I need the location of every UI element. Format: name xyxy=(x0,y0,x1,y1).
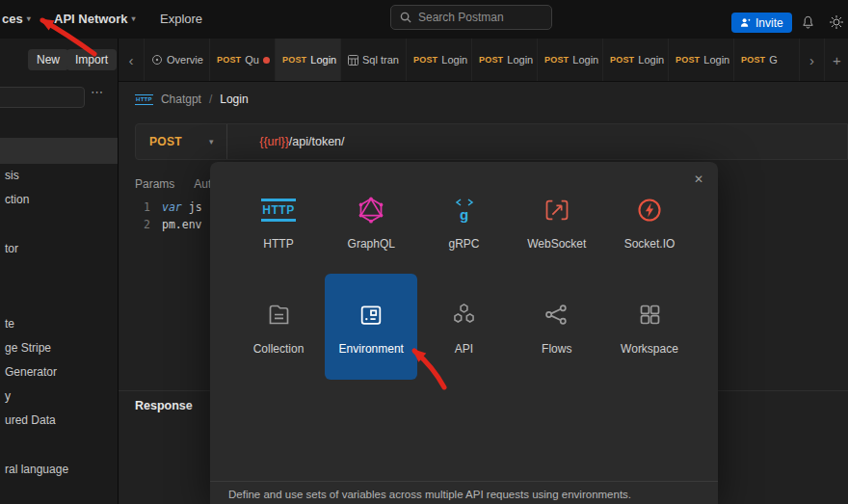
code-text: var js xyxy=(162,199,202,216)
option-label: Flows xyxy=(542,342,571,356)
workspace-switcher[interactable]: ces ▾ xyxy=(2,12,31,26)
tab-label: G xyxy=(769,54,778,66)
option-flows[interactable]: Flows xyxy=(511,274,603,380)
tabs-scroll-left-icon[interactable]: ‹ xyxy=(119,39,144,81)
create-new-grid: HTTP HTTP GraphQL g gRPC xyxy=(232,191,696,380)
menu-api-network[interactable]: API Network ▾ xyxy=(54,12,136,26)
tab-label: Login xyxy=(507,54,533,66)
breadcrumb-separator: / xyxy=(209,93,212,106)
tab-method: POST xyxy=(282,55,306,65)
sidebar-item[interactable]: tor xyxy=(0,237,118,261)
menu-explore[interactable]: Explore xyxy=(160,12,202,26)
option-label: API xyxy=(455,342,473,356)
option-graphql[interactable]: GraphQL xyxy=(325,191,417,251)
option-grpc[interactable]: g gRPC xyxy=(418,191,511,251)
explore-label: Explore xyxy=(160,12,202,26)
tab-label: Login xyxy=(638,54,664,66)
request-tab-bar: ‹ Overvie POST Qu POST Login Sql tran PO… xyxy=(119,39,848,82)
line-number: 1 xyxy=(119,199,162,216)
tab-request-g[interactable]: POST G xyxy=(733,39,799,81)
tabs-scroll-right-icon[interactable]: › xyxy=(799,39,824,81)
option-workspace[interactable]: Workspace xyxy=(603,274,696,380)
unsaved-dot xyxy=(263,57,270,64)
option-label: Environment xyxy=(339,342,404,356)
option-websocket[interactable]: WebSocket xyxy=(511,191,603,251)
tab-method: POST xyxy=(610,55,634,65)
collection-icon xyxy=(266,299,292,332)
modal-footer-description: Define and use sets of variables across … xyxy=(210,481,718,504)
breadcrumb-request[interactable]: Login xyxy=(220,93,248,106)
sidebar-item[interactable]: ured Data xyxy=(0,409,118,433)
option-http[interactable]: HTTP HTTP xyxy=(232,191,325,251)
close-icon[interactable]: ✕ xyxy=(689,170,708,189)
sidebar-item[interactable]: y xyxy=(0,385,118,409)
workspace-icon xyxy=(637,299,663,332)
flows-icon xyxy=(543,299,570,332)
tab-method: POST xyxy=(413,55,437,65)
sidebar-item[interactable]: ction xyxy=(0,188,118,212)
option-socketio[interactable]: Socket.IO xyxy=(603,191,696,251)
code-text: pm.env xyxy=(162,216,202,233)
new-button[interactable]: New xyxy=(28,49,68,70)
tab-request-login[interactable]: POST Login xyxy=(471,39,537,81)
sidebar-item[interactable]: ral language xyxy=(0,458,118,482)
tab-label: Overvie xyxy=(167,54,203,66)
tab-request-login[interactable]: POST Login xyxy=(406,39,471,81)
invite-label: Invite xyxy=(755,16,783,30)
sidebar-item[interactable]: te xyxy=(0,312,118,336)
breadcrumb-collection[interactable]: Chatgpt xyxy=(161,93,201,106)
option-label: GraphQL xyxy=(348,237,395,251)
invite-button[interactable]: Invite xyxy=(731,13,792,33)
import-button[interactable]: Import xyxy=(66,49,117,70)
sidebar: New Import ⋯ sis ction tor te ge Stripe … xyxy=(0,39,119,504)
socketio-icon xyxy=(636,194,663,226)
tab-request-unsaved[interactable]: POST Qu xyxy=(209,39,275,81)
tab-label: Login xyxy=(703,54,729,66)
table-icon xyxy=(348,55,358,66)
http-badge-icon: HTTP xyxy=(135,94,153,105)
tab-request-login[interactable]: POST Login xyxy=(668,39,733,81)
tab-request-login[interactable]: POST Login xyxy=(602,39,668,81)
tab-label: Sql tran xyxy=(362,54,399,66)
response-title: Response xyxy=(135,399,193,412)
postman-app: ces ▾ API Network ▾ Explore Search Postm… xyxy=(0,0,848,504)
invite-person-icon xyxy=(740,17,751,28)
api-icon xyxy=(451,299,477,332)
graphql-icon xyxy=(358,194,384,226)
sidebar-item-selected[interactable] xyxy=(0,138,118,164)
tab-authorization[interactable]: Aut xyxy=(194,177,211,191)
tab-label: Login xyxy=(310,54,336,66)
method-dropdown[interactable]: POST ▾ xyxy=(136,124,226,159)
tab-request-login-active[interactable]: POST Login xyxy=(275,39,340,81)
add-tab-icon[interactable]: + xyxy=(824,39,848,81)
more-options-icon[interactable]: ⋯ xyxy=(91,85,104,99)
option-api[interactable]: API xyxy=(418,274,511,380)
notifications-bell-icon[interactable] xyxy=(801,14,815,33)
grpc-icon: g xyxy=(454,194,475,226)
option-label: Collection xyxy=(253,342,305,356)
chevron-down-icon: ▾ xyxy=(132,14,136,23)
api-network-label: API Network xyxy=(54,12,128,26)
tab-sql-transform[interactable]: Sql tran xyxy=(340,39,406,81)
tab-params[interactable]: Params xyxy=(135,177,174,191)
tab-method: POST xyxy=(544,55,569,65)
url-input[interactable]: {{url}}/api/token/ xyxy=(227,121,344,162)
option-label: WebSocket xyxy=(527,237,586,251)
http-icon: HTTP xyxy=(261,194,295,226)
option-label: gRPC xyxy=(448,237,479,251)
sidebar-search-input[interactable] xyxy=(0,87,85,108)
tab-overview[interactable]: Overvie xyxy=(144,39,209,81)
option-collection[interactable]: Collection xyxy=(232,274,325,380)
top-bar: ces ▾ API Network ▾ Explore Search Postm… xyxy=(0,0,848,39)
sidebar-item[interactable]: ge Stripe xyxy=(0,336,118,360)
tab-request-login[interactable]: POST Login xyxy=(537,39,602,81)
sidebar-item[interactable]: Generator xyxy=(0,360,118,385)
line-number: 2 xyxy=(119,216,162,233)
sidebar-item[interactable]: sis xyxy=(0,164,118,188)
search-placeholder: Search Postman xyxy=(418,11,504,24)
search-input[interactable]: Search Postman xyxy=(390,5,552,30)
method-label: POST xyxy=(149,135,182,148)
websocket-icon xyxy=(543,194,570,226)
option-environment-selected[interactable]: Environment xyxy=(325,274,417,380)
settings-gear-icon[interactable] xyxy=(829,14,844,33)
